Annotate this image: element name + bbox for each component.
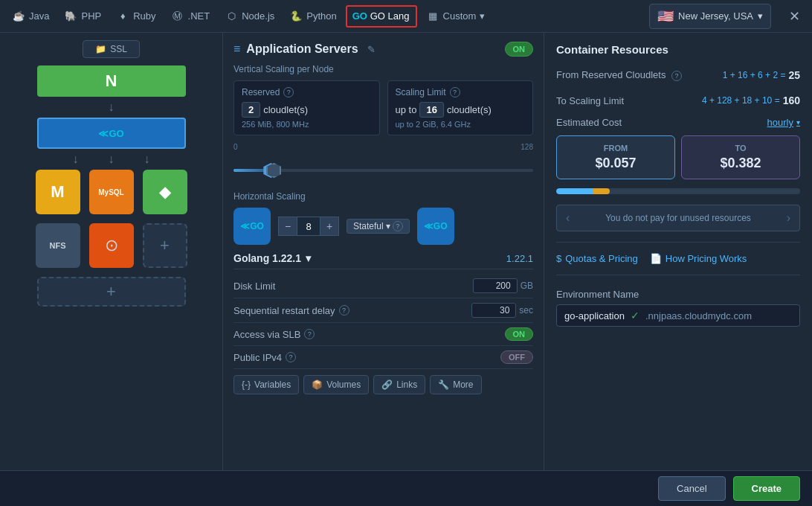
nav-ruby[interactable]: ♦ Ruby — [110, 7, 161, 26]
variables-button[interactable]: {-} Variables — [233, 375, 299, 394]
horizontal-scaling-section: Horizontal Scaling ≪GO − 8 + Stateful ▾ … — [233, 191, 533, 245]
reserved-cloudlets-row: From Reserved Cloudlets ? 1 + 16 + 6 + 2… — [556, 66, 800, 84]
nfs-block[interactable]: NFS — [36, 223, 80, 268]
variables-icon: {-} — [242, 380, 251, 390]
links-button[interactable]: 🔗 Links — [373, 375, 425, 394]
scaling-row: Reserved ? 2 cloudlet(s) 256 MiB, 800 MH… — [233, 80, 533, 135]
access-slb-toggle[interactable]: ON — [505, 327, 534, 341]
nav-python[interactable]: 🐍 Python — [283, 7, 342, 26]
close-button[interactable]: ✕ — [783, 5, 806, 28]
wrench-icon: 🔧 — [438, 380, 449, 390]
quotas-pricing-link[interactable]: $ Quotas & Pricing — [556, 253, 638, 264]
reserved-box: Reserved ? 2 cloudlet(s) 256 MiB, 800 MH… — [233, 80, 380, 135]
unused-resources-row: ‹ You do not pay for unused resources › — [556, 205, 800, 231]
stateful-chevron-icon: ▾ — [386, 221, 390, 231]
storage-m-block[interactable]: M — [36, 170, 80, 214]
ubuntu-icon: ⊙ — [105, 236, 118, 255]
links-icon: 🔗 — [381, 380, 393, 390]
storage-mongo-block[interactable]: ◆ — [143, 170, 187, 214]
right-arrow-icon[interactable]: › — [787, 211, 790, 225]
reserved-cloudlets-help[interactable]: ? — [671, 71, 682, 81]
env-title: Environment Name — [556, 289, 800, 300]
golang-label: Golang 1.22.1 ▾ — [233, 252, 311, 264]
nav-custom[interactable]: ▦ Custom ▾ — [420, 7, 492, 26]
region-selector[interactable]: 🇺🇸 New Jersey, USA ▾ — [649, 4, 771, 29]
custom-chevron-icon: ▾ — [480, 10, 485, 22]
ipv4-help-icon[interactable]: ? — [286, 352, 296, 362]
nav-java[interactable]: ☕ Java — [6, 7, 55, 26]
restart-unit: sec — [519, 305, 533, 316]
cancel-button[interactable]: Cancel — [658, 476, 725, 501]
edit-icon[interactable]: ✎ — [367, 44, 376, 55]
unused-text: You do not pay for unused resources — [605, 213, 751, 223]
access-slb-label: Access via SLB ? — [233, 329, 315, 340]
how-pricing-works-link[interactable]: 📄 How Pricing Works — [650, 253, 747, 264]
nginx-block[interactable]: N — [37, 65, 186, 97]
net-icon: Ⓜ — [171, 10, 184, 23]
nav-net[interactable]: Ⓜ .NET — [165, 7, 216, 26]
go-scaling-icon2: ≪GO — [417, 208, 454, 245]
storage-arrows: ↓ ↓ ↓ — [73, 153, 150, 165]
nav-nodejs[interactable]: ⬡ Node.js — [219, 7, 280, 26]
restart-delay-label: Sequential restart delay ? — [233, 305, 349, 316]
access-slb-row: Access via SLB ? ON — [233, 323, 533, 346]
scaling-limit-num: 16 — [419, 102, 443, 118]
ubuntu-block[interactable]: ⊙ — [89, 223, 134, 268]
h-scaling-stepper: − 8 + — [278, 217, 339, 236]
stepper-plus[interactable]: + — [320, 217, 339, 236]
container-resources-title: Container Resources — [556, 43, 800, 56]
public-ipv4-row: Public IPv4 ? OFF — [233, 346, 533, 369]
nodejs-icon: ⬡ — [225, 10, 238, 23]
nginx-label: N — [106, 71, 117, 91]
add-large-block-button[interactable]: + — [37, 277, 186, 307]
arrow-right: ↓ — [144, 153, 150, 165]
reserved-num: 2 — [242, 102, 260, 118]
volumes-button[interactable]: 📦 Volumes — [303, 375, 369, 394]
mongo-label: ◆ — [159, 183, 170, 201]
disk-limit-input[interactable] — [473, 278, 518, 293]
ruby-icon: ♦ — [116, 10, 129, 23]
stateful-help-icon[interactable]: ? — [393, 221, 403, 231]
go-scaling-icon: ≪GO — [233, 208, 271, 245]
stepper-minus[interactable]: − — [278, 217, 297, 236]
restart-help-icon[interactable]: ? — [339, 305, 349, 316]
go-server-block[interactable]: ≪GO — [37, 118, 186, 149]
php-icon: 🐘 — [64, 10, 77, 23]
right-panel: Container Resources From Reserved Cloudl… — [544, 33, 812, 470]
region-flag: 🇺🇸 — [657, 8, 674, 25]
disk-limit-label: Disk Limit — [233, 281, 275, 292]
slb-help-icon[interactable]: ? — [304, 329, 315, 339]
restart-delay-input[interactable] — [471, 303, 516, 318]
slider-labels: 0 128 — [233, 143, 533, 151]
custom-icon: ▦ — [426, 10, 439, 23]
left-arrow-icon[interactable]: ‹ — [566, 211, 570, 225]
env-name-section: Environment Name go-application ✓ .nnjpa… — [556, 289, 800, 327]
app-server-toggle[interactable]: ON — [505, 42, 534, 57]
create-button[interactable]: Create — [733, 476, 800, 501]
server-icon: ≡ — [233, 42, 240, 56]
nav-php[interactable]: 🐘 PHP — [58, 7, 107, 26]
add-block-button[interactable]: + — [143, 223, 187, 268]
reserved-help-icon[interactable]: ? — [283, 87, 294, 97]
cost-bar-container — [556, 188, 800, 196]
storage-mysql-block[interactable]: MySQL — [89, 170, 134, 214]
public-ipv4-toggle[interactable]: OFF — [500, 350, 533, 364]
nfs-label: NFS — [50, 241, 66, 250]
top-navigation: ☕ Java 🐘 PHP ♦ Ruby Ⓜ .NET ⬡ Node.js 🐍 P… — [0, 0, 812, 33]
m-label: M — [51, 182, 64, 202]
estimated-cost-row: Estimated Cost hourly ▾ — [556, 117, 800, 128]
hourly-select[interactable]: hourly ▾ — [767, 117, 800, 128]
nav-go[interactable]: GO GO Lang — [346, 5, 417, 28]
more-button[interactable]: 🔧 More — [430, 375, 481, 394]
panel-header: ≡ Application Servers ✎ ON — [233, 42, 533, 57]
restart-delay-row: Sequential restart delay ? sec — [233, 298, 533, 323]
ssl-button[interactable]: 📁 SSL — [83, 40, 140, 58]
stepper-value[interactable]: 8 — [297, 217, 320, 236]
stateful-dropdown[interactable]: Stateful ▾ ? — [347, 219, 410, 234]
env-name[interactable]: go-application — [564, 310, 625, 321]
scaling-limit-help-icon[interactable]: ? — [450, 87, 460, 97]
java-icon: ☕ — [12, 10, 25, 23]
hourly-chevron-icon: ▾ — [796, 118, 800, 126]
golang-chevron-icon[interactable]: ▾ — [306, 252, 311, 264]
scaling-slider[interactable] — [233, 161, 533, 179]
